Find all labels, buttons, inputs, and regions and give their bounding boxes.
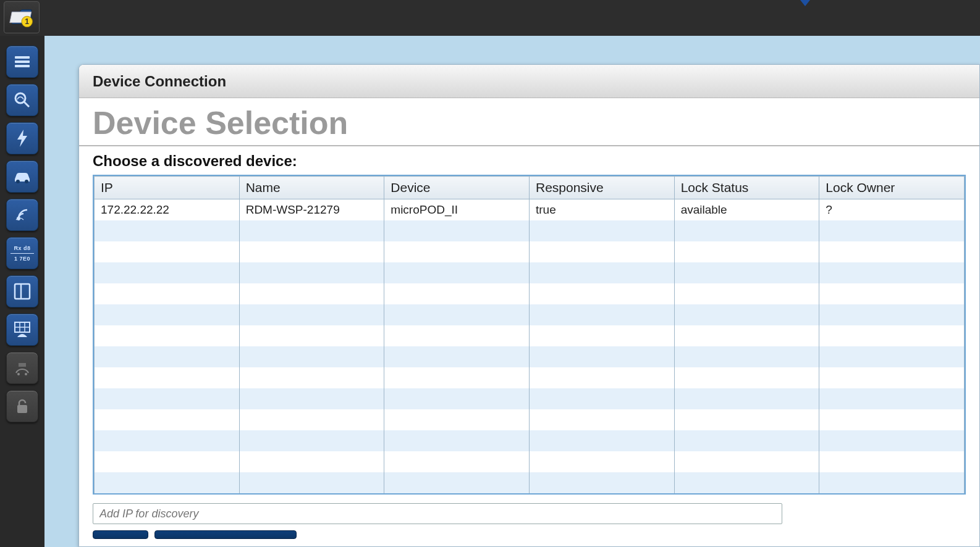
- device-connection-panel: Device Connection Device Selection Choos…: [78, 64, 980, 547]
- topbar: 1: [0, 0, 980, 36]
- raw-line2: 1 7E0: [14, 255, 30, 262]
- rx-tx-icon: Rx d8 1 7E0: [11, 244, 34, 262]
- cell-name: RDM-WSP-21279: [239, 199, 384, 221]
- bolt-icon: [12, 128, 32, 148]
- svg-rect-2: [15, 56, 30, 59]
- sidebar-menu-button[interactable]: [6, 46, 38, 78]
- table-row-empty[interactable]: [95, 430, 965, 451]
- gauge-icon: [12, 358, 32, 378]
- table-header-row: IP Name Device Responsive Lock Status Lo…: [95, 177, 965, 199]
- table-row-empty[interactable]: [95, 472, 965, 493]
- sidebar-table-car-button[interactable]: [6, 314, 38, 346]
- col-header-name[interactable]: Name: [239, 177, 384, 199]
- bottom-button-2[interactable]: [154, 530, 297, 539]
- sidebar-flash-button[interactable]: [6, 122, 38, 154]
- svg-rect-4: [15, 65, 30, 67]
- table-row-empty[interactable]: [95, 388, 965, 409]
- svg-point-17: [25, 373, 27, 375]
- table-row-empty[interactable]: [95, 304, 965, 325]
- svg-line-6: [24, 102, 29, 107]
- table-row-empty[interactable]: [95, 241, 965, 262]
- col-header-responsive[interactable]: Responsive: [529, 177, 674, 199]
- app-logo-button[interactable]: 1: [4, 1, 40, 33]
- svg-text:1: 1: [25, 17, 29, 26]
- cell-device: microPOD_II: [384, 199, 530, 221]
- sidebar-raw-data-button[interactable]: Rx d8 1 7E0: [6, 237, 38, 269]
- table-row-empty[interactable]: [95, 346, 965, 367]
- cell-responsive: true: [529, 199, 674, 221]
- sidebar-vehicle-button[interactable]: [6, 161, 38, 193]
- col-header-lockowner[interactable]: Lock Owner: [819, 177, 965, 199]
- sidebar: Rx d8 1 7E0: [0, 36, 44, 547]
- sidebar-settings-button: [6, 352, 38, 384]
- svg-point-8: [25, 180, 28, 183]
- svg-point-7: [16, 180, 20, 183]
- cell-lock_owner: ?: [819, 199, 965, 221]
- ip-input-container: [93, 503, 966, 524]
- page-subtitle: Choose a discovered device:: [79, 146, 979, 175]
- svg-rect-19: [17, 405, 27, 413]
- workspace: Device Connection Device Selection Choos…: [44, 36, 980, 547]
- svg-point-5: [15, 93, 25, 103]
- table-row-empty[interactable]: [95, 262, 965, 283]
- folder-badge-icon: 1: [9, 4, 35, 30]
- table-row-empty[interactable]: [95, 367, 965, 388]
- col-header-ip[interactable]: IP: [95, 177, 240, 199]
- signal-icon: [12, 205, 32, 225]
- bottom-button-1[interactable]: [93, 530, 148, 539]
- table-row-empty[interactable]: [95, 283, 965, 304]
- col-header-lockstatus[interactable]: Lock Status: [674, 177, 819, 199]
- raw-line1: Rx d8: [14, 244, 30, 252]
- sidebar-wireless-button[interactable]: [6, 199, 38, 231]
- svg-rect-18: [19, 363, 26, 367]
- table-row-empty[interactable]: [95, 220, 965, 241]
- svg-rect-3: [15, 61, 30, 63]
- table-row-empty[interactable]: [95, 451, 965, 472]
- sidebar-diagnose-button[interactable]: [6, 84, 38, 116]
- add-ip-input[interactable]: [93, 503, 782, 524]
- layout-icon: [12, 282, 32, 301]
- table-row[interactable]: 172.22.22.22RDM-WSP-21279microPOD_IItrue…: [95, 199, 965, 221]
- bottom-button-row: [93, 530, 966, 539]
- lock-icon: [12, 396, 32, 416]
- cursor-indicator: [800, 0, 810, 6]
- table-row-empty[interactable]: [95, 325, 965, 346]
- car-icon: [12, 167, 32, 186]
- svg-point-16: [17, 373, 20, 375]
- device-table-container: IP Name Device Responsive Lock Status Lo…: [93, 175, 966, 495]
- panel-header: Device Connection: [79, 65, 979, 98]
- search-car-icon: [12, 90, 32, 110]
- device-table[interactable]: IP Name Device Responsive Lock Status Lo…: [94, 176, 965, 493]
- sidebar-lock-button: [6, 390, 38, 422]
- cell-ip: 172.22.22.22: [95, 199, 240, 221]
- page-title: Device Selection: [79, 98, 979, 146]
- col-header-device[interactable]: Device: [384, 177, 530, 199]
- menu-icon: [12, 52, 32, 72]
- svg-rect-10: [15, 284, 30, 299]
- panel-header-text: Device Connection: [93, 73, 226, 90]
- table-row-empty[interactable]: [95, 409, 965, 430]
- grid-car-icon: [12, 320, 32, 340]
- cell-lock_status: available: [674, 199, 819, 221]
- sidebar-layout-button[interactable]: [6, 275, 38, 307]
